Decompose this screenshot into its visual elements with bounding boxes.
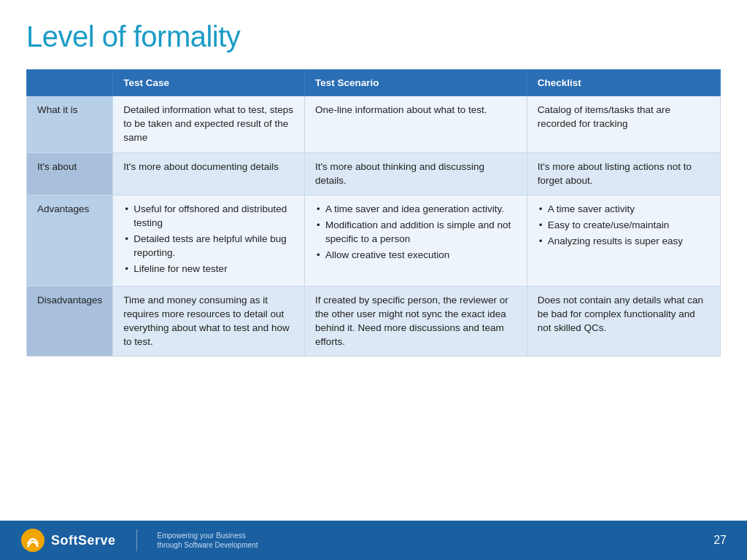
list-item: Lifeline for new tester	[123, 262, 294, 276]
list-item: A time saver activity	[538, 203, 710, 217]
footer-logo: SoftServe	[20, 528, 116, 553]
list-item: Analyzing results is super easy	[538, 235, 710, 249]
comparison-table-wrapper: Test Case Test Scenario Checklist What i…	[26, 69, 721, 357]
softserve-logo-icon	[20, 528, 45, 553]
cell-advantages-checklist: A time saver activity Easy to create/use…	[527, 195, 720, 286]
cell-advantages-test-scenario: A time saver and idea generation activit…	[304, 195, 527, 286]
col-header-test-case: Test Case	[113, 70, 305, 96]
row-label-its-about: It's about	[27, 152, 113, 195]
cell-disadvantages-checklist: Does not contain any details what can be…	[527, 286, 720, 357]
row-label-disadvantages: Disadvantages	[27, 286, 113, 357]
list-item: Useful for offshored and distributed tes…	[123, 203, 294, 230]
table-row: Advantages Useful for offshored and dist…	[27, 195, 721, 286]
cell-disadvantages-test-case: Time and money consuming as it requires …	[113, 286, 305, 357]
cell-its-about-checklist: It's more about listing actions not to f…	[527, 152, 720, 195]
comparison-table: Test Case Test Scenario Checklist What i…	[26, 69, 721, 357]
cell-its-about-test-scenario: It's more about thinking and discussing …	[304, 152, 527, 195]
list-item: Modification and addition is simple and …	[315, 219, 516, 246]
advantages-test-case-list: Useful for offshored and distributed tes…	[123, 203, 294, 276]
footer-brand-name: SoftServe	[51, 533, 116, 548]
cell-what-it-is-test-scenario: One-line information about what to test.	[304, 96, 527, 153]
main-content: Level of formality Test Case Test Scenar…	[0, 0, 747, 521]
footer-tagline-line2: through Software Development	[158, 540, 258, 550]
cell-its-about-test-case: It's more about documenting details	[113, 152, 305, 195]
cell-what-it-is-test-case: Detailed information what to test, steps…	[113, 96, 305, 153]
list-item: A time saver and idea generation activit…	[315, 203, 516, 217]
table-row: Disadvantages Time and money consuming a…	[27, 286, 721, 357]
list-item: Detailed tests are helpful while bug rep…	[123, 233, 294, 260]
advantages-test-scenario-list: A time saver and idea generation activit…	[315, 203, 516, 262]
table-row: What it is Detailed information what to …	[27, 96, 721, 153]
footer-tagline: Empowering your Business through Softwar…	[158, 531, 258, 550]
list-item: Easy to create/use/maintain	[538, 219, 710, 233]
cell-disadvantages-test-scenario: If created by specific person, the revie…	[304, 286, 527, 357]
list-item: Allow creative test execution	[315, 249, 516, 262]
cell-what-it-is-checklist: Catalog of items/tasks that are recorded…	[527, 96, 720, 153]
footer-left: SoftServe Empowering your Business throu…	[20, 528, 258, 553]
table-row: It's about It's more about documenting d…	[27, 152, 721, 195]
col-header-checklist: Checklist	[527, 70, 720, 96]
col-header-empty	[27, 70, 113, 96]
advantages-checklist-list: A time saver activity Easy to create/use…	[538, 203, 710, 249]
col-header-test-scenario: Test Scenario	[304, 70, 527, 96]
row-label-advantages: Advantages	[27, 195, 113, 286]
footer-page-number: 27	[713, 534, 727, 547]
footer-tagline-line1: Empowering your Business	[158, 531, 258, 540]
footer: SoftServe Empowering your Business throu…	[0, 521, 747, 560]
svg-point-0	[21, 529, 44, 552]
footer-divider	[136, 529, 137, 551]
cell-advantages-test-case: Useful for offshored and distributed tes…	[113, 195, 305, 286]
row-label-what-it-is: What it is	[27, 96, 113, 153]
page-title: Level of formality	[26, 20, 721, 53]
